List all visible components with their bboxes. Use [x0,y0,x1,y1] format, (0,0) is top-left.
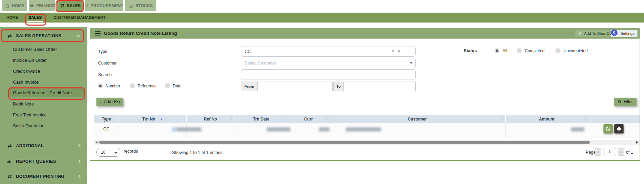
tab-procurement[interactable]: PROCUREMENT [85,0,123,11]
date-to-input[interactable] [343,82,416,91]
sidebar-item-sales-quotation[interactable]: Sales Quotation [0,122,87,130]
sidebar-section-report-queries[interactable]: REPORT QUERIES [0,156,87,167]
col-header-ref-no[interactable]: Ref No▲▼ [187,115,234,123]
customer-select-input[interactable] [241,58,416,68]
search-label: Search [98,72,112,77]
add-to-shortcut-button[interactable]: Add To ShortCut 0 [575,30,616,37]
customer-label: Customer [98,61,117,66]
sidebar-item-customer-sales-order[interactable]: Customer Sales Order [0,45,87,54]
radio-status-all[interactable] [494,48,500,53]
swap-arrows-icon: ⇄ [6,33,13,39]
edit-icon [605,126,611,131]
col-header-curr[interactable]: Curr▲▼ [288,115,329,123]
filter-button[interactable]: Filter [614,98,637,106]
page-number-input[interactable] [603,147,616,156]
page-title: Goods Return Credit Note Listing [104,28,177,39]
settings-label: Settings [620,31,634,36]
clear-icon[interactable]: × [392,48,394,54]
active-subnav-underline [27,21,43,22]
prev-page-button[interactable]: < [595,148,601,156]
sort-both-icon: ▲▼ [230,116,233,121]
tab-finance[interactable]: FINANCE [29,0,55,11]
redacted-curr [319,127,329,131]
sidebar-section-additional[interactable]: ⇄ ADDITIONAL [0,141,87,151]
redacted-trn-no [176,127,201,131]
sidebar-item-invoice-on-order[interactable]: Invoice On Order [0,56,87,65]
radio-number-label: Number [106,84,120,88]
sidebar-section-label: SALES OPERATIONS [16,33,61,38]
col-header-type[interactable]: Type [94,115,119,123]
date-from-input[interactable] [257,82,333,91]
next-page-button[interactable]: > [618,148,624,156]
tab-sales[interactable]: SALES [57,0,83,11]
redacted-value [172,127,175,131]
radio-number[interactable] [98,83,103,88]
printer-icon [616,126,622,131]
tab-label: PROCUREMENT [91,3,123,8]
panel-header: Goods Return Credit Note Listing Add To … [90,28,640,39]
col-header-amount[interactable]: Amount▲▼ [506,115,588,123]
to-label: To [333,82,343,91]
radio-status-uncompleted-label: Uncompleted [564,48,588,53]
tab-label: STOCKS [136,3,153,8]
sidebar-section-document-printing[interactable]: ⇄ DOCUMENT PRINTING [0,171,87,182]
type-dropdown-caret-icon[interactable] [398,51,400,52]
print-row-button[interactable] [614,124,624,133]
sidebar-item-credit-invoice[interactable]: Credit Invoice [0,67,87,76]
sidebar-item-cash-invoice[interactable]: Cash Invoice [0,78,87,87]
col-header-trn-no[interactable]: Trn No▼ [119,115,187,123]
sidebar: ⇄ SALES OPERATIONS Customer Sales Order … [0,27,87,184]
col-header-actions [588,115,640,123]
sidebar-section-label: DOCUMENT PRINTING [16,174,64,179]
radio-status-completed-label: Completed [525,48,545,53]
subnav-customer-management[interactable]: CUSTOMER MANAGEMENT [53,13,105,23]
bar-chart-icon [128,3,134,8]
radio-date[interactable] [165,83,170,88]
sidebar-item-goods-returned-credit-note[interactable]: Goods Returned - Credit Note [9,88,85,97]
sidebar-section-sales-operations[interactable]: ⇄ SALES OPERATIONS [0,31,87,41]
radio-status-completed[interactable] [517,48,522,53]
swap-arrows-icon: ⇄ [6,174,13,179]
records-label: records [124,149,138,154]
of-total-pages-text: of 1 [626,150,633,155]
radio-status-uncompleted[interactable] [555,48,561,53]
horizontal-scrollbar[interactable] [94,140,640,145]
sub-nav-bar: HOME SALES CUSTOMER MANAGEMENT [0,13,644,23]
chevron-right-icon [77,175,81,178]
col-header-customer[interactable]: Customer▲▼ [329,115,506,123]
chevron-up-icon [77,35,80,39]
radio-reference-label: Reference [138,84,156,88]
add-f3-button[interactable]: + Add (F3) [96,98,123,106]
add-to-shortcut-label: Add To ShortCut [584,31,613,36]
table-row[interactable]: CC [94,123,640,135]
tab-label: FINANCE [36,3,55,8]
edit-row-button[interactable] [603,124,613,133]
app-screen: HOME FINANCE SALES PROCUREMENT STOCKS HO… [0,0,644,184]
type-input[interactable] [241,46,416,57]
hamburger-menu-icon[interactable] [95,31,101,36]
subnav-home[interactable]: HOME [6,13,18,23]
swap-arrows-icon: ⇄ [6,143,13,148]
records-select[interactable]: 10 [96,148,120,157]
redacted-amount [571,127,584,131]
results-table: Type Trn No▼ Ref No▲▼ Trn Date▲▼ Curr▲▼ … [94,115,640,145]
search-icon [618,100,622,104]
tab-stocks[interactable]: STOCKS [125,0,156,11]
sidebar-item-free-text-invoice[interactable]: Free Text Invoice [0,111,87,119]
scrollbar-thumb[interactable] [99,141,590,144]
sidebar-item-debit-note[interactable]: Debit Note [0,100,87,109]
scroll-left-icon[interactable] [95,141,97,144]
scroll-right-icon[interactable] [636,141,638,144]
tab-home[interactable]: HOME [2,0,27,11]
search-input[interactable] [241,69,416,80]
filter-label: Filter [624,99,633,104]
cell-actions [588,123,640,135]
date-to-group: To [333,82,416,91]
redacted-customer [346,127,381,131]
radio-reference[interactable] [130,83,135,88]
radio-date-label: Date [173,84,181,88]
shortcut-count-badge: 0 [611,29,617,36]
sort-both-icon: ▲▼ [284,116,287,121]
col-header-trn-date[interactable]: Trn Date▲▼ [234,115,288,123]
customer-dropdown-caret-icon[interactable] [410,62,413,64]
